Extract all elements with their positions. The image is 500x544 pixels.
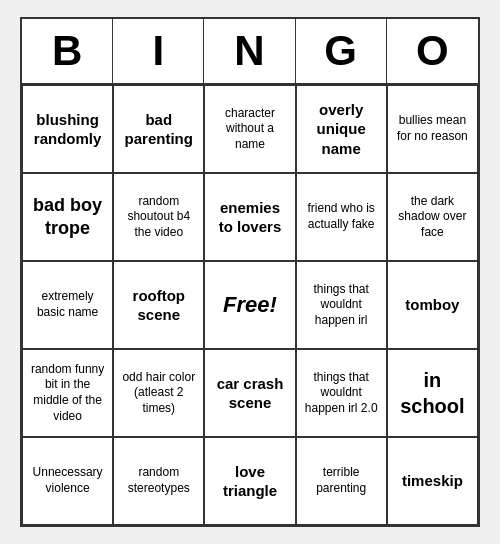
bingo-cell-9[interactable]: the dark shadow over face (387, 173, 478, 261)
bingo-cell-23[interactable]: terrible parenting (296, 437, 387, 525)
bingo-cell-8[interactable]: friend who is actually fake (296, 173, 387, 261)
bingo-header: BINGO (22, 19, 478, 85)
bingo-cell-24[interactable]: timeskip (387, 437, 478, 525)
bingo-cell-11[interactable]: rooftop scene (113, 261, 204, 349)
bingo-cell-18[interactable]: things that wouldnt happen irl 2.0 (296, 349, 387, 437)
bingo-cell-20[interactable]: Unnecessary violence (22, 437, 113, 525)
bingo-cell-2[interactable]: character without a name (204, 85, 295, 173)
bingo-cell-14[interactable]: tomboy (387, 261, 478, 349)
bingo-letter-n: N (204, 19, 295, 83)
bingo-grid: blushing randomlybad parentingcharacter … (22, 85, 478, 525)
bingo-cell-13[interactable]: things that wouldnt happen irl (296, 261, 387, 349)
bingo-cell-7[interactable]: enemies to lovers (204, 173, 295, 261)
bingo-cell-10[interactable]: extremely basic name (22, 261, 113, 349)
bingo-card: BINGO blushing randomlybad parentingchar… (20, 17, 480, 527)
bingo-letter-i: I (113, 19, 204, 83)
bingo-letter-g: G (296, 19, 387, 83)
bingo-cell-22[interactable]: love triangle (204, 437, 295, 525)
bingo-cell-17[interactable]: car crash scene (204, 349, 295, 437)
bingo-cell-15[interactable]: random funny bit in the middle of the vi… (22, 349, 113, 437)
bingo-cell-12[interactable]: Free! (204, 261, 295, 349)
bingo-cell-0[interactable]: blushing randomly (22, 85, 113, 173)
bingo-cell-4[interactable]: bullies mean for no reason (387, 85, 478, 173)
bingo-cell-16[interactable]: odd hair color (atleast 2 times) (113, 349, 204, 437)
bingo-cell-21[interactable]: random stereotypes (113, 437, 204, 525)
bingo-letter-o: O (387, 19, 478, 83)
bingo-cell-5[interactable]: bad boy trope (22, 173, 113, 261)
bingo-cell-6[interactable]: random shoutout b4 the video (113, 173, 204, 261)
bingo-cell-3[interactable]: overly unique name (296, 85, 387, 173)
bingo-cell-19[interactable]: in school (387, 349, 478, 437)
bingo-letter-b: B (22, 19, 113, 83)
bingo-cell-1[interactable]: bad parenting (113, 85, 204, 173)
